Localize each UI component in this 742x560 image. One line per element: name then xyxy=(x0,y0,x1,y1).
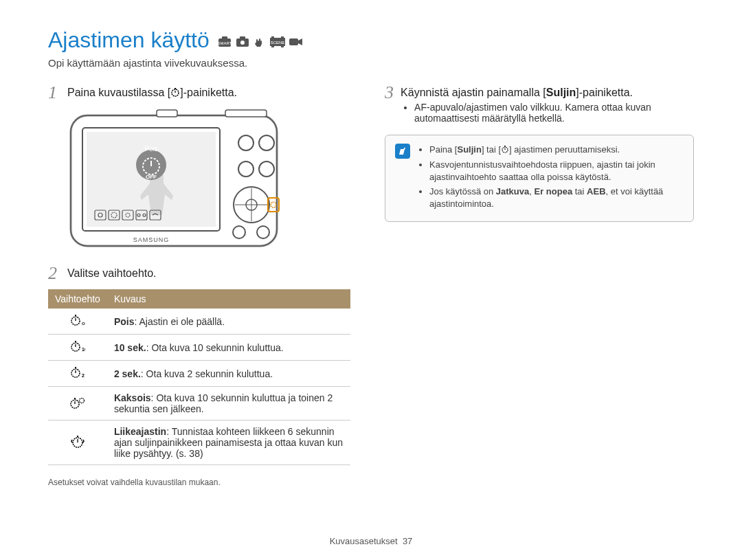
note-text: tai xyxy=(572,186,587,197)
page-footer: Kuvausasetukset 37 xyxy=(0,536,742,546)
footer-page-num: 37 xyxy=(403,536,412,546)
table-row: 2 2 sek.: Ota kuva 2 sekunnin kuluttua. xyxy=(48,361,350,387)
note-text: ] tai [ xyxy=(482,144,501,155)
svg-text:OFF: OFF xyxy=(82,322,85,326)
step-3-suffix: ]-painiketta. xyxy=(576,87,633,98)
svg-rect-10 xyxy=(281,46,284,47)
table-row: OFF Pois: Ajastin ei ole päällä. xyxy=(48,309,350,335)
step-3: 3 Käynnistä ajastin painamalla [Suljin]-… xyxy=(385,84,694,124)
mode-icon-smart: SMART xyxy=(218,36,232,51)
list-item: Jos käytössä on Jatkuva, Er nopea tai AE… xyxy=(429,186,684,210)
note-text: Paina [ xyxy=(429,144,457,155)
note-bold: Jatkuva xyxy=(496,186,529,197)
opt-icon-off: OFF xyxy=(48,309,107,335)
svg-point-62 xyxy=(79,398,84,403)
list-item: Paina [Suljin] tai [] ajastimen peruutta… xyxy=(429,144,684,156)
svg-point-35 xyxy=(238,161,254,177)
svg-rect-57 xyxy=(75,367,76,368)
opt-desc: Liikeajastin: Tunnistaa kohteen liikkeen… xyxy=(107,421,350,465)
svg-rect-12 xyxy=(289,38,298,45)
table-row: 10 10 sek.: Ota kuva 10 sekunnin kuluttu… xyxy=(48,335,350,361)
opt-icon-double xyxy=(48,387,107,421)
step-2-text: Valitse vaihtoehto. xyxy=(67,265,157,280)
svg-rect-1 xyxy=(222,36,227,39)
th-desc: Kuvaus xyxy=(107,289,350,309)
note-text: ] ajastimen peruuttamiseksi. xyxy=(509,144,620,155)
step-1-text: Paina kuvaustilassa []-painiketta. xyxy=(67,84,237,100)
note-bold: AEB xyxy=(587,186,605,197)
svg-rect-9 xyxy=(271,46,274,47)
opt-bold: Kaksois xyxy=(114,392,151,403)
title-row: Ajastimen käyttö SMART SCENE xyxy=(48,27,694,53)
svg-text:SMART: SMART xyxy=(218,41,232,45)
svg-rect-53 xyxy=(75,341,76,342)
note-box: Paina [Suljin] tai [] ajastimen peruutta… xyxy=(385,135,694,222)
svg-text:2: 2 xyxy=(82,373,85,378)
screen-off-label: OFF xyxy=(146,174,157,180)
step-1: 1 Paina kuvaustilassa []-painiketta. xyxy=(48,84,357,102)
list-item: AF-apuvalo/ajastimen valo vilkkuu. Kamer… xyxy=(414,102,694,124)
step-2: 2 Valitse vaihtoehto. xyxy=(48,265,357,282)
opt-bold: Liikeajastin xyxy=(114,426,166,437)
svg-rect-46 xyxy=(157,110,177,117)
note-bold: Suljin xyxy=(457,144,481,155)
svg-rect-7 xyxy=(271,36,274,38)
svg-point-34 xyxy=(259,135,274,150)
camera-brand: SAMSUNG xyxy=(133,236,170,243)
svg-point-36 xyxy=(259,161,274,177)
opt-bold: 10 sek. xyxy=(114,342,146,353)
note-list: Paina [Suljin] tai [] ajastimen peruutta… xyxy=(417,144,684,213)
th-option: Vaihtoehto xyxy=(48,289,107,309)
opt-icon-motion xyxy=(48,421,107,465)
list-item: Kasvojentunnistusvaihtoehdosta riippuen,… xyxy=(429,159,684,183)
opt-desc: 10 sek.: Ota kuva 10 sekunnin kuluttua. xyxy=(107,335,350,361)
right-column: 3 Käynnistä ajastin painamalla [Suljin]-… xyxy=(385,84,694,487)
title-mode-icons: SMART SCENE xyxy=(218,36,303,51)
step-number: 2 xyxy=(48,265,60,282)
opt-rest: : Ota kuva 2 sekunnin kuluttua. xyxy=(141,368,273,379)
step-1-prefix: Paina kuvaustilassa [ xyxy=(67,87,170,98)
svg-point-5 xyxy=(240,41,245,45)
step-3-prefix: Käynnistä ajastin painamalla [ xyxy=(401,87,546,98)
svg-rect-65 xyxy=(77,436,78,437)
opt-rest: : Ota kuva 10 sekunnin kuluttua. xyxy=(146,342,284,353)
opt-bold: Pois xyxy=(114,316,135,327)
step-3-bold: Suljin xyxy=(546,87,576,98)
options-table: Vaihtoehto Kuvaus OFF Pois: Ajastin ei o… xyxy=(48,289,350,465)
svg-point-44 xyxy=(257,226,269,238)
step-number: 1 xyxy=(48,84,60,102)
svg-rect-14 xyxy=(175,88,176,89)
svg-rect-8 xyxy=(281,36,284,38)
footer-section: Kuvausasetukset xyxy=(330,536,398,546)
step-3-bullets: AF-apuvalo/ajastimen valo vilkkuu. Kamer… xyxy=(401,102,694,124)
svg-point-33 xyxy=(238,135,254,150)
opt-desc: Pois: Ajastin ei ole päällä. xyxy=(107,309,350,335)
step-3-text: Käynnistä ajastin painamalla [Suljin]-pa… xyxy=(401,84,694,124)
screen-pois-label: Pois xyxy=(144,145,157,153)
mode-icon-video xyxy=(289,36,303,51)
left-column: 1 Paina kuvaustilassa []-painiketta. Po xyxy=(48,84,357,487)
opt-desc: 2 sek.: Ota kuva 2 sekunnin kuluttua. xyxy=(107,361,350,387)
content-columns: 1 Paina kuvaustilassa []-painiketta. Po xyxy=(48,84,694,487)
step-1-suffix: ]-painiketta. xyxy=(180,87,237,98)
svg-text:10: 10 xyxy=(82,347,85,352)
opt-icon-2s: 2 xyxy=(48,361,107,387)
table-row: Liikeajastin: Tunnistaa kohteen liikkeen… xyxy=(48,421,350,465)
note-text: Jos käytössä on xyxy=(429,186,496,197)
svg-rect-49 xyxy=(75,315,76,316)
opt-desc: Kaksois: Ota kuva 10 sekunnin kuluttua j… xyxy=(107,387,350,421)
svg-point-43 xyxy=(233,226,245,238)
opt-icon-10s: 10 xyxy=(48,335,107,361)
page-subtitle: Opi käyttämään ajastinta viivekuvauksess… xyxy=(48,57,694,69)
svg-rect-67 xyxy=(504,146,506,147)
note-bold: Er nopea xyxy=(534,186,572,197)
table-row: Kaksois: Ota kuva 10 sekunnin kuluttua j… xyxy=(48,387,350,421)
timer-icon xyxy=(501,144,509,157)
timer-icon xyxy=(170,87,180,100)
svg-text:SCENE: SCENE xyxy=(270,41,284,45)
svg-rect-61 xyxy=(74,398,76,399)
svg-rect-4 xyxy=(240,36,245,39)
step-number: 3 xyxy=(385,84,394,102)
mode-icon-scene: SCENE xyxy=(270,36,285,51)
table-header: Vaihtoehto Kuvaus xyxy=(48,289,350,309)
